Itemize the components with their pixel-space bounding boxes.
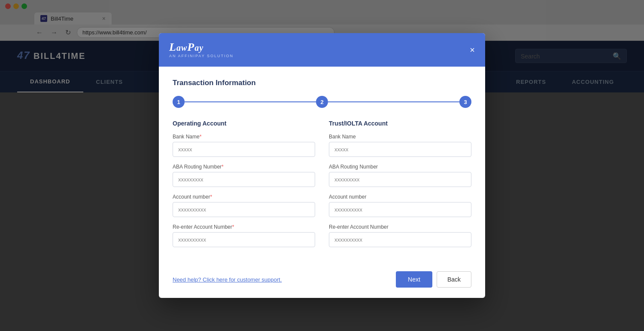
lawpay-logo: LawPay AN AFFINIPAY SOLUTION [169, 42, 234, 58]
modal-overlay: LawPay AN AFFINIPAY SOLUTION × Transacti… [0, 0, 644, 331]
op-reenter-label: Re-enter Account Number* [173, 224, 315, 230]
trust-account-col: Trust/IOLTA Account Bank Name ABA Routin… [329, 120, 471, 254]
footer-actions: Next Back [396, 271, 471, 288]
section-title: Transaction Information [173, 79, 471, 87]
op-bank-name-input[interactable] [173, 142, 315, 157]
modal-header: LawPay AN AFFINIPAY SOLUTION × [159, 33, 485, 67]
step-2: 2 [316, 96, 328, 108]
modal: LawPay AN AFFINIPAY SOLUTION × Transacti… [159, 33, 485, 298]
trust-aba-group: ABA Routing Number [329, 164, 471, 187]
op-aba-required: * [222, 164, 224, 170]
operating-account-col: Operating Account Bank Name* ABA Routing… [173, 120, 315, 254]
form-columns: Operating Account Bank Name* ABA Routing… [173, 120, 471, 254]
op-reenter-required: * [232, 224, 234, 230]
help-link[interactable]: Need help? Click here for customer suppo… [173, 276, 282, 283]
op-aba-label: ABA Routing Number* [173, 164, 315, 170]
trust-reenter-input[interactable] [329, 232, 471, 247]
trust-bank-name-input[interactable] [329, 142, 471, 157]
step-line-1-2 [185, 101, 316, 102]
trust-account-number-input[interactable] [329, 202, 471, 217]
trust-account-title: Trust/IOLTA Account [329, 120, 471, 127]
trust-bank-name-label: Bank Name [329, 134, 471, 140]
op-reenter-input[interactable] [173, 232, 315, 247]
modal-footer: Need help? Click here for customer suppo… [159, 264, 485, 298]
step-1: 1 [173, 96, 185, 108]
lawpay-logo-sub: AN AFFINIPAY SOLUTION [169, 54, 234, 58]
step-line-2-3 [328, 101, 459, 102]
trust-bank-name-group: Bank Name [329, 134, 471, 157]
op-account-number-group: Account number* [173, 194, 315, 217]
step-3: 3 [459, 96, 471, 108]
op-bank-name-required: * [200, 134, 202, 140]
next-button[interactable]: Next [396, 271, 432, 288]
op-reenter-group: Re-enter Account Number* [173, 224, 315, 247]
lawpay-logo-main: LawPay [169, 42, 234, 53]
trust-account-number-group: Account number [329, 194, 471, 217]
trust-account-number-label: Account number [329, 194, 471, 200]
op-account-number-input[interactable] [173, 202, 315, 217]
trust-reenter-label: Re-enter Account Number [329, 224, 471, 230]
op-acct-required: * [210, 194, 212, 200]
trust-reenter-group: Re-enter Account Number [329, 224, 471, 247]
op-account-number-label: Account number* [173, 194, 315, 200]
operating-account-title: Operating Account [173, 120, 315, 127]
stepper: 1 2 3 [173, 96, 471, 108]
op-bank-name-group: Bank Name* [173, 134, 315, 157]
op-aba-group: ABA Routing Number* [173, 164, 315, 187]
trust-aba-input[interactable] [329, 172, 471, 187]
trust-aba-label: ABA Routing Number [329, 164, 471, 170]
op-aba-input[interactable] [173, 172, 315, 187]
back-button[interactable]: Back [437, 271, 471, 288]
modal-close-button[interactable]: × [470, 46, 475, 54]
modal-body: Transaction Information 1 2 3 Operating … [159, 67, 485, 264]
op-bank-name-label: Bank Name* [173, 134, 315, 140]
